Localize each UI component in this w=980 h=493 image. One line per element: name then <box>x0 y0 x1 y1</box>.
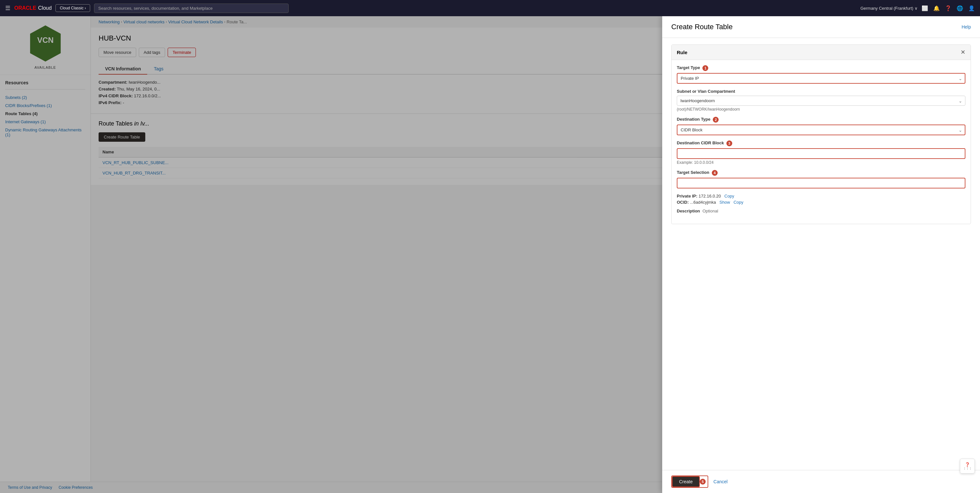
rule-card-header: Rule ✕ <box>671 45 970 60</box>
nav-icons: ⬜ 🔔 ❓ 🌐 👤 <box>922 5 975 11</box>
private-ip-label: Private IP: <box>677 194 698 199</box>
notifications-icon[interactable]: 🔔 <box>933 5 940 11</box>
panel-help-link[interactable]: Help <box>961 24 971 30</box>
step-2-badge: 2 <box>713 117 719 122</box>
panel-footer: Create 5 Cancel <box>662 470 980 493</box>
top-navigation: ☰ ORACLE Cloud Cloud Classic › Germany C… <box>0 0 980 16</box>
subnet-compartment-label: Subnet or Vlan Compartment <box>677 89 966 94</box>
panel-title: Create Route Table <box>671 23 733 31</box>
target-selection-group: Target Selection 4 172.16.0.20 <box>677 170 966 188</box>
hamburger-icon[interactable]: ☰ <box>5 5 10 12</box>
cloud-logo: Cloud <box>38 5 52 11</box>
logo: ORACLE Cloud <box>14 5 52 11</box>
subnet-compartment-hint: (root)/NETWORK/IwanHoogendoorn <box>677 107 966 111</box>
target-selection-input[interactable]: 172.16.0.20 <box>677 178 966 188</box>
step-4-badge: 4 <box>712 170 718 176</box>
rule-card-title: Rule <box>677 49 687 55</box>
search-input[interactable] <box>94 3 289 13</box>
target-selection-label: Target Selection 4 <box>677 170 966 176</box>
ocid-copy-link[interactable]: Copy <box>733 200 743 205</box>
rule-card-body: Target Type 1 Private IP Subnet or Vlan … <box>671 60 970 224</box>
ocid-info: OCID: ...6ad4cyjmka Show Copy <box>677 200 966 205</box>
oracle-logo: ORACLE <box>14 5 36 11</box>
help-icon[interactable]: ❓ <box>945 5 951 11</box>
description-group: Description Optional <box>677 208 966 213</box>
panel-body: Rule ✕ Target Type 1 Private IP <box>662 38 980 470</box>
target-type-select-wrapper: Private IP <box>677 73 966 84</box>
rule-close-icon[interactable]: ✕ <box>961 49 966 56</box>
destination-cidr-hint: Example: 10.0.0.0/24 <box>677 160 966 165</box>
step-3-badge: 3 <box>726 140 732 146</box>
user-icon[interactable]: 👤 <box>968 5 975 11</box>
destination-type-select-wrapper: CIDR Block <box>677 124 966 135</box>
ocid-label: OCID: <box>677 200 689 205</box>
target-type-select[interactable]: Private IP <box>677 73 966 84</box>
create-button-wrapper: Create 5 <box>671 476 708 488</box>
rule-card: Rule ✕ Target Type 1 Private IP <box>671 45 971 224</box>
ocid-value: ...6ad4cyjmka <box>690 200 716 205</box>
target-type-group: Target Type 1 Private IP <box>677 65 966 84</box>
help-widget-icon: ❓ <box>965 462 970 467</box>
destination-cidr-label: Destination CIDR Block 3 <box>677 140 966 146</box>
destination-type-group: Destination Type 2 CIDR Block <box>677 117 966 135</box>
create-button[interactable]: Create <box>672 476 700 487</box>
destination-cidr-input[interactable]: 172.16.3.0/24 <box>677 148 966 159</box>
subnet-compartment-group: Subnet or Vlan Compartment IwanHoogendoo… <box>677 89 966 111</box>
cloud-classic-button[interactable]: Cloud Classic › <box>56 4 90 12</box>
destination-cidr-group: Destination CIDR Block 3 172.16.3.0/24 E… <box>677 140 966 165</box>
create-route-table-panel: Create Route Table Help Rule ✕ Target Ty… <box>662 16 980 493</box>
private-ip-value: 172.16.0.20 <box>698 194 721 199</box>
language-icon[interactable]: 🌐 <box>957 5 963 11</box>
step-5-badge: 5 <box>700 479 706 485</box>
destination-type-select[interactable]: CIDR Block <box>677 124 966 135</box>
destination-type-label: Destination Type 2 <box>677 117 966 122</box>
description-optional: Optional <box>702 208 718 213</box>
step-1-badge: 1 <box>702 65 708 71</box>
help-widget[interactable]: ❓ ⋮⋮⋮ <box>960 459 975 474</box>
cancel-button[interactable]: Cancel <box>713 479 728 484</box>
subnet-compartment-select[interactable]: IwanHoogendoorn <box>677 96 966 106</box>
private-ip-copy-link[interactable]: Copy <box>724 194 734 199</box>
target-type-label: Target Type 1 <box>677 65 966 71</box>
description-label: Description Optional <box>677 208 966 213</box>
help-widget-label: ⋮⋮⋮ <box>963 467 972 470</box>
ocid-show-link[interactable]: Show <box>720 200 730 205</box>
console-icon[interactable]: ⬜ <box>922 5 928 11</box>
panel-header: Create Route Table Help <box>662 16 980 38</box>
private-ip-info: Private IP: 172.16.0.20 Copy <box>677 194 966 199</box>
region-selector[interactable]: Germany Central (Frankfurt) ∨ <box>860 6 918 11</box>
subnet-compartment-select-wrapper: IwanHoogendoorn <box>677 96 966 106</box>
